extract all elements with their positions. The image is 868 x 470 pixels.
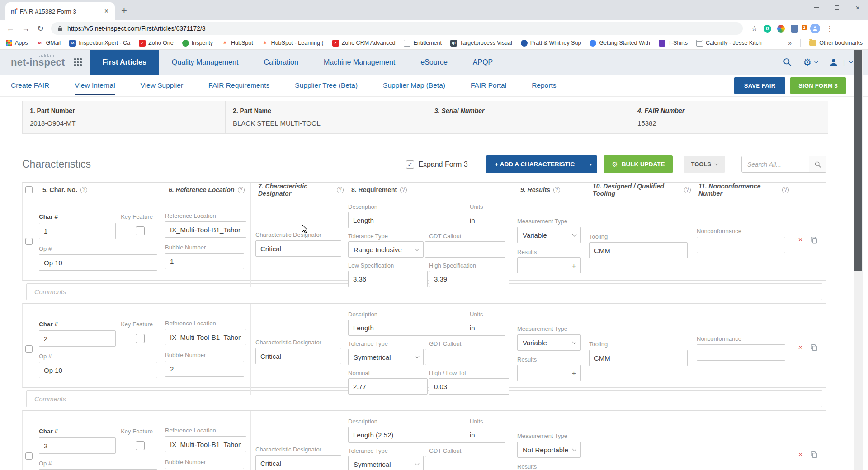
characteristic-designator-input[interactable]	[255, 348, 341, 364]
tab-close-icon[interactable]: ×	[103, 7, 110, 15]
user-menu[interactable]: |	[829, 57, 853, 67]
bookmarks-overflow-icon[interactable]: »	[788, 39, 792, 47]
nav-item-machine-management[interactable]: Machine Management	[311, 50, 408, 75]
tooling-input[interactable]	[589, 350, 688, 366]
help-icon[interactable]: ?	[684, 187, 691, 193]
profile-avatar[interactable]	[810, 24, 820, 33]
units-input[interactable]	[465, 212, 505, 228]
bookmark-item[interactable]: ✱HubSpot - Learning (	[262, 40, 324, 47]
reference-location-input[interactable]	[165, 329, 246, 345]
nonconformance-input[interactable]	[697, 344, 785, 361]
help-icon[interactable]: ?	[400, 187, 407, 193]
results-input[interactable]	[518, 365, 567, 381]
new-tab-button[interactable]: +	[121, 5, 127, 17]
tab-reports[interactable]: Reports	[532, 75, 556, 96]
copy-row-icon[interactable]	[810, 236, 818, 244]
back-button[interactable]: ←	[6, 24, 14, 33]
window-close-button[interactable]: ×	[847, 0, 868, 15]
comments-input[interactable]	[27, 395, 822, 403]
nav-item-first-articles[interactable]: First Articles	[90, 50, 159, 75]
spec1-input[interactable]	[348, 271, 428, 287]
key-feature-checkbox[interactable]	[136, 441, 145, 450]
units-input[interactable]	[465, 427, 505, 443]
url-field[interactable]: https://v5.net-inspect.com/FirstArticles…	[51, 22, 743, 35]
bookmark-item[interactable]: ZZoho One	[139, 40, 174, 47]
description-input[interactable]	[348, 320, 465, 336]
spec2-input[interactable]	[429, 378, 509, 395]
gdt-callout-input[interactable]	[425, 349, 505, 365]
bulk-update-button[interactable]: ⚙ BULK UPDATE	[604, 155, 673, 173]
add-result-button[interactable]: +	[567, 365, 580, 381]
nav-item-apqp[interactable]: APQP	[460, 50, 505, 75]
tab-supplier-tree-beta-[interactable]: Supplier Tree (Beta)	[295, 75, 358, 96]
delete-row-icon[interactable]: ×	[798, 236, 803, 244]
select-all-checkbox[interactable]	[25, 186, 33, 193]
tolerance-type-select[interactable]: Range Inclusive	[348, 241, 424, 258]
tab-view-internal[interactable]: View Internal	[75, 75, 115, 96]
net-inspect-logo[interactable]: net-inspect	[0, 50, 72, 75]
copy-row-icon[interactable]	[810, 451, 818, 459]
bookmark-item[interactable]: Getting Started With	[590, 40, 650, 47]
results-input[interactable]	[518, 258, 567, 273]
settings-menu[interactable]: ⚙	[803, 57, 818, 67]
bookmark-item[interactable]: ZZoho CRM Advanced	[332, 40, 396, 47]
add-characteristic-label[interactable]: + ADD A CHARACTERISTIC	[486, 155, 584, 173]
row-checkbox[interactable]	[25, 238, 33, 245]
search-all-button[interactable]	[809, 156, 826, 172]
char-number-input[interactable]	[39, 437, 116, 454]
nav-item-quality-management[interactable]: Quality Management	[159, 50, 251, 75]
tab-create-fair[interactable]: Create FAIR	[11, 75, 49, 96]
gdt-callout-input[interactable]	[425, 456, 505, 470]
browser-menu-icon[interactable]: ⋮	[826, 24, 833, 33]
tab-supplier-map-beta-[interactable]: Supplier Map (Beta)	[383, 75, 445, 96]
help-icon[interactable]: ?	[80, 187, 87, 193]
bubble-number-input[interactable]	[165, 468, 244, 470]
bookmark-item[interactable]: Insperity	[182, 40, 213, 47]
pinwheel-extension-icon[interactable]	[777, 25, 785, 33]
comments-input[interactable]	[27, 288, 822, 296]
spec1-input[interactable]	[348, 378, 428, 395]
delete-row-icon[interactable]: ×	[798, 451, 803, 458]
bookmark-item[interactable]: MGMail	[37, 40, 61, 47]
search-icon[interactable]	[783, 57, 792, 67]
save-fair-button[interactable]: SAVE FAIR	[734, 77, 785, 94]
description-input[interactable]	[348, 212, 465, 228]
reference-location-input[interactable]	[165, 221, 246, 238]
help-icon[interactable]: ?	[782, 187, 789, 193]
help-icon[interactable]: ?	[238, 187, 245, 193]
app-grid-icon[interactable]	[74, 58, 82, 66]
other-bookmarks[interactable]: Other bookmarks	[809, 40, 863, 46]
measurement-type-select[interactable]: Variable	[517, 334, 581, 351]
help-icon[interactable]: ?	[553, 187, 560, 193]
op-number-input[interactable]	[39, 254, 157, 271]
browser-tab[interactable]: ni FAIR #15382 Form 3 ×	[5, 2, 115, 20]
op-number-input[interactable]	[39, 362, 157, 378]
characteristic-designator-input[interactable]	[255, 240, 341, 257]
window-maximize-button[interactable]	[826, 0, 847, 15]
bookmark-item[interactable]: Apps	[5, 40, 28, 47]
characteristic-designator-input[interactable]	[255, 455, 341, 470]
tolerance-type-select[interactable]: Symmetrical	[348, 349, 424, 365]
gdt-callout-input[interactable]	[425, 241, 505, 258]
bookmark-item[interactable]: T-Shirts	[659, 40, 688, 47]
key-feature-checkbox[interactable]	[136, 226, 145, 235]
expand-form3-checkbox[interactable]: ✓	[406, 160, 414, 169]
expand-form3-toggle[interactable]: ✓ Expand Form 3	[406, 160, 467, 169]
tooling-input[interactable]	[589, 242, 688, 258]
char-number-input[interactable]	[39, 223, 116, 239]
measurement-type-select[interactable]: Not Reportable	[517, 442, 581, 458]
add-characteristic-button[interactable]: + ADD A CHARACTERISTIC ▾	[486, 155, 598, 173]
row-checkbox[interactable]	[25, 452, 33, 460]
measurement-type-select[interactable]: Variable	[517, 227, 581, 243]
spec2-input[interactable]	[429, 271, 509, 287]
copy-row-icon[interactable]	[810, 343, 818, 352]
reference-location-input[interactable]	[165, 436, 246, 452]
nav-item-calibration[interactable]: Calibration	[251, 50, 311, 75]
row-checkbox[interactable]	[25, 345, 33, 352]
search-all-input[interactable]	[742, 156, 809, 172]
tab-fair-portal[interactable]: FAIR Portal	[471, 75, 506, 96]
add-characteristic-dropdown[interactable]: ▾	[584, 155, 597, 173]
forward-button[interactable]: →	[22, 24, 30, 33]
description-input[interactable]	[348, 427, 465, 443]
bookmark-item[interactable]: IXInspectionXpert - Ca	[69, 40, 130, 47]
